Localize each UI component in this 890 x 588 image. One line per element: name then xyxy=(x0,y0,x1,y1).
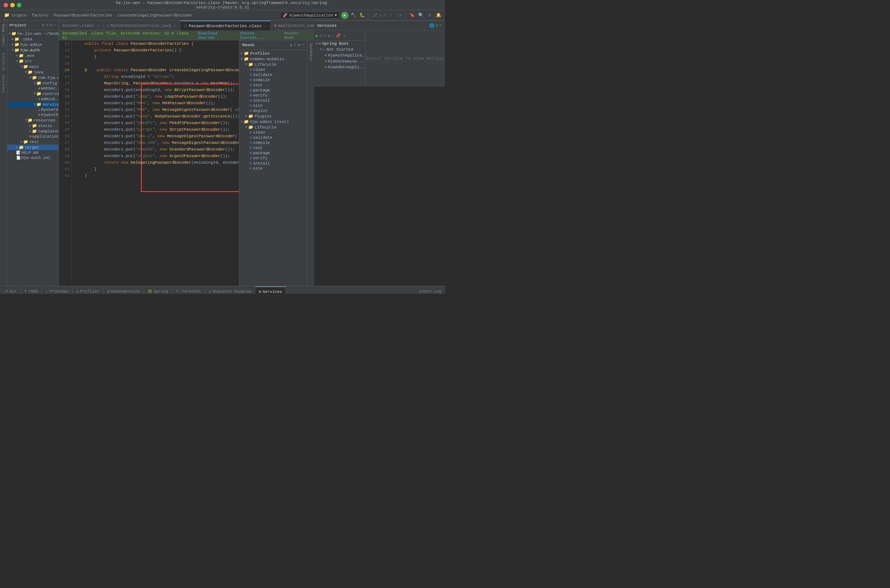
maven-profiles[interactable]: ▶ 📁 Profiles xyxy=(239,51,307,56)
tab-close-myuserdetails[interactable]: ✕ xyxy=(174,24,176,28)
services-filter-icon[interactable]: ≡ xyxy=(324,34,326,38)
svc-hjwauth[interactable]: ☘ HjwAuthApplica... xyxy=(314,52,365,58)
tree-root[interactable]: ▼ 📁 he-jin-wen ~/Desktop/clou... xyxy=(8,31,59,36)
maven-clean-1[interactable]: ⚙clean xyxy=(239,67,307,72)
tree-myuser[interactable]: ☕MyUserD... xyxy=(8,107,59,112)
event-log-button[interactable]: Event Log xyxy=(416,286,445,294)
tab-close-passwordencoder[interactable]: ✕ xyxy=(264,24,267,28)
commit-icon[interactable]: Commit xyxy=(1,37,7,43)
code-editor[interactable]: 22 23 24 25 26 27 28 29 30 31 32 33 34 3… xyxy=(59,40,239,286)
download-sources-link[interactable]: Download Sources xyxy=(198,31,236,40)
tree-hjw-auth[interactable]: ▼📁hjw-auth xyxy=(8,47,59,53)
database-label[interactable]: Database xyxy=(309,43,313,61)
maven-hjw-admin[interactable]: ▼ 📁 hjw-admin (root) xyxy=(239,119,307,124)
favorites-icon[interactable]: Favorites xyxy=(1,81,7,87)
maven-site-1[interactable]: ⚙site xyxy=(239,103,307,108)
bottom-tab-terminal[interactable]: >_ Terminal xyxy=(172,286,205,294)
bottom-tab-profiler[interactable]: ◎ Profiler xyxy=(73,286,104,294)
tab-myuserdetails[interactable]: ☕ MyUserDetailsService.java ✕ xyxy=(103,21,180,30)
tab-close-encoder[interactable]: ✕ xyxy=(97,24,99,28)
tree-mvn[interactable]: ▶📁.mvn xyxy=(8,53,59,58)
build-icon[interactable]: 🔨 xyxy=(350,12,357,19)
tree-websec[interactable]: ☘WebSec... xyxy=(8,86,59,91)
breadcrumb-method[interactable]: createDelegatingPasswordEncoder xyxy=(117,13,193,18)
traffic-lights[interactable] xyxy=(4,3,21,8)
maven-site-2[interactable]: ⚙site xyxy=(239,166,307,171)
maven-validate-1[interactable]: ⚙validate xyxy=(239,72,307,78)
svc-hjwgateway[interactable]: ☘ HjwGatewayAp... xyxy=(314,58,365,64)
minimize-button[interactable] xyxy=(10,3,15,8)
reader-mode-button[interactable]: Reader Mode xyxy=(284,31,311,40)
git-pull-icon[interactable]: ↺ xyxy=(396,12,404,19)
services-close-icon[interactable]: − xyxy=(440,23,442,28)
bottom-tab-git[interactable]: ⎇ Git xyxy=(0,286,21,294)
tree-static[interactable]: ▶📁static xyxy=(8,123,59,129)
services-all-icon[interactable]: ≡ xyxy=(320,34,323,38)
services-settings-icon[interactable]: ⚙ xyxy=(436,23,438,28)
tree-application-yaml[interactable]: ⚙application.ya... xyxy=(8,134,59,139)
panel-icon-2[interactable]: ≡ xyxy=(46,23,48,27)
tree-target[interactable]: ▶📁target xyxy=(8,145,59,150)
maven-verify-2[interactable]: ⚙verify xyxy=(239,156,307,161)
maven-lifecycle-2[interactable]: ▼ 📁 Lifecycle xyxy=(239,124,307,130)
close-button[interactable] xyxy=(4,3,8,8)
maven-lifecycle-1[interactable]: ▼ 📁 Lifecycle xyxy=(239,62,307,67)
maven-test-1[interactable]: ⚙test xyxy=(239,82,307,88)
maven-package-2[interactable]: ⚙package xyxy=(239,150,307,156)
maven-install-1[interactable]: ⚙install xyxy=(239,98,307,103)
tree-resources[interactable]: ▼📁resources xyxy=(8,117,59,123)
tree-controller[interactable]: ▼📁controller xyxy=(8,91,59,96)
tree-com-hjw-auth[interactable]: ▼📁com.hjw.auth xyxy=(8,75,59,80)
maven-deploy-1[interactable]: ⚙deploy xyxy=(239,108,307,113)
settings-icon[interactable]: ⚙ xyxy=(426,12,433,19)
tree-config[interactable]: ▼📁config xyxy=(8,80,59,86)
breadcrumb-class[interactable]: PasswordEncoderFactories xyxy=(54,13,112,18)
panel-icon-1[interactable]: ⊕ xyxy=(42,23,45,27)
maven-validate-2[interactable]: ⚙validate xyxy=(239,135,307,140)
structure-icon[interactable]: Structure xyxy=(1,59,7,64)
maven-refresh-icon[interactable]: ↺ xyxy=(290,43,292,47)
tree-hjw-admin[interactable]: ▶📁hjw-admin xyxy=(8,42,59,47)
tree-hjw-auth-iml[interactable]: 📄hjw-auth.iml xyxy=(8,155,59,160)
tree-idea[interactable]: ▶📁.idea xyxy=(8,36,59,42)
tree-help-md[interactable]: 📝HELP.md xyxy=(8,150,59,155)
maven-download-icon[interactable]: ⬇ xyxy=(294,43,296,47)
git-icon[interactable]: ⎇ xyxy=(371,12,378,19)
services-group-icon[interactable]: ⊞ xyxy=(327,33,330,38)
code-content[interactable]: public final class PasswordEncoderFactor… xyxy=(72,40,239,286)
maximize-button[interactable] xyxy=(17,3,21,8)
bottom-tab-spring[interactable]: 🌿 Spring xyxy=(144,286,172,294)
maven-common-mybatis[interactable]: ▼ 📁 common-mybatis xyxy=(239,56,307,62)
bottom-tab-todo[interactable]: ≡ TODO xyxy=(21,286,42,294)
tree-adminc[interactable]: ☘AdminC... xyxy=(8,96,59,102)
tree-main[interactable]: ▼📁main xyxy=(8,64,59,69)
notification-icon[interactable]: 🔔 xyxy=(435,12,442,19)
maven-plugins-1[interactable]: ▶ 📁 Plugins xyxy=(239,113,307,119)
tab-passwordencoder[interactable]: ⬡ PasswordEncoderFactories.class ✕ xyxy=(180,21,270,30)
svc-spring-boot[interactable]: ▼ ☘ Spring Boot xyxy=(314,41,365,46)
bookmark-icon[interactable]: 🔖 xyxy=(408,12,416,19)
bottom-tab-problems[interactable]: ⚠ Problems xyxy=(42,286,73,294)
maven-verify-1[interactable]: ⚙verify xyxy=(239,93,307,98)
svc-hjwadmin[interactable]: ☘ HjwAdminAppli... xyxy=(314,64,365,70)
maven-close-icon[interactable]: − xyxy=(302,43,304,47)
debug-icon[interactable]: 🐛 xyxy=(359,12,366,19)
project-panel-icon[interactable]: Proj... xyxy=(1,22,7,28)
git-push-icon[interactable]: ↑ xyxy=(387,12,395,19)
services-run-icon[interactable]: ▶ xyxy=(316,33,318,39)
maven-clean-2[interactable]: ⚙clean xyxy=(239,130,307,135)
choose-sources-link[interactable]: Choose Sources... xyxy=(240,31,281,40)
tab-encoder[interactable]: encoder.class ✕ xyxy=(59,21,103,30)
maven-package-1[interactable]: ⚙package xyxy=(239,88,307,93)
maven-settings-icon[interactable]: ⚙ xyxy=(298,43,300,47)
bottom-tab-dependencies[interactable]: ⊞ Dependencies xyxy=(104,286,144,294)
branch-selector[interactable]: 🚀 HjwAuthApplication ▼ xyxy=(280,12,339,19)
services-sort-icon[interactable]: ↕ xyxy=(332,34,334,38)
maven-compile-1[interactable]: ⚙compile xyxy=(239,78,307,82)
maven-compile-2[interactable]: ⚙compile xyxy=(239,140,307,146)
breadcrumb-factory[interactable]: factory xyxy=(32,13,48,18)
services-add-icon[interactable]: ＋ xyxy=(342,33,347,39)
tree-service[interactable]: ▼📁service xyxy=(8,102,59,107)
maven-test-2[interactable]: ⚙test xyxy=(239,146,307,150)
run-button[interactable]: ▶ xyxy=(341,12,348,19)
